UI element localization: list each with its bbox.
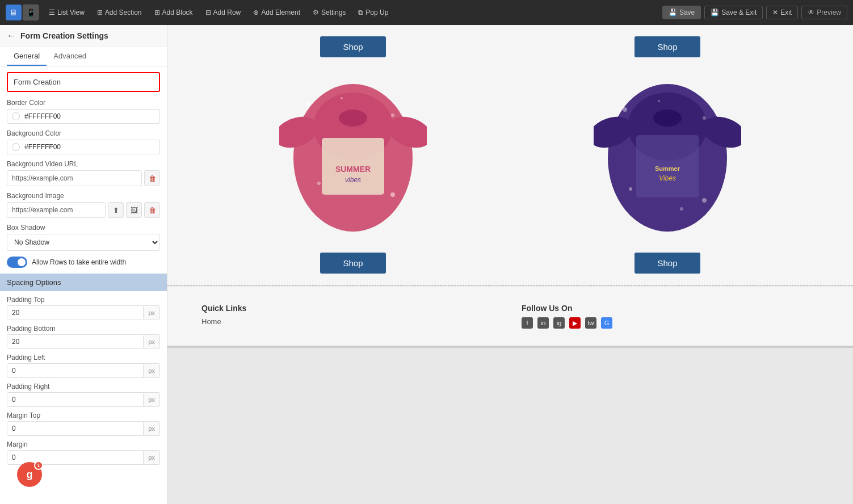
footer-home-link[interactable]: Home [201, 317, 499, 326]
margin-top-unit: px [143, 422, 159, 435]
panel-back-btn[interactable]: ← [7, 31, 16, 41]
bg-video-label: Background Video URL [7, 160, 160, 168]
panel-header: ← Form Creation Settings [0, 25, 167, 47]
border-color-field[interactable]: #FFFFFF00 [7, 109, 160, 124]
save-btn[interactable]: 💾 Save [662, 6, 701, 19]
form-name-input[interactable] [9, 74, 158, 90]
padding-right-unit: px [143, 393, 159, 406]
allow-rows-toggle-row: Allow Rows to take entire width [7, 257, 160, 268]
border-color-swatch [12, 112, 20, 120]
shop-btn-1[interactable]: Shop [320, 36, 385, 57]
margin-bottom-unit: px [143, 451, 159, 464]
tab-advanced[interactable]: Advanced [47, 47, 93, 66]
desktop-view-btn[interactable]: 🖥 [6, 5, 22, 20]
add-block-btn[interactable]: ⊞ Add Block [150, 6, 198, 19]
settings-btn[interactable]: ⚙ Settings [308, 6, 350, 19]
canvas-area: Shop [167, 25, 853, 504]
bg-video-row: 🗑 [7, 170, 160, 186]
svg-point-18 [653, 110, 682, 127]
border-color-value: #FFFFFF00 [24, 112, 61, 120]
instagram-icon[interactable]: ig [553, 317, 565, 329]
padding-left-row: Padding Left px [7, 354, 160, 378]
panel-title: Form Creation Settings [20, 31, 108, 40]
margin-top-input[interactable] [7, 422, 143, 435]
shop-btn-4[interactable]: Shop [635, 253, 700, 274]
svg-point-9 [391, 114, 394, 117]
svg-point-27 [680, 207, 683, 211]
popup-btn[interactable]: ⧉ Pop Up [354, 6, 393, 19]
linkedin-icon[interactable]: in [537, 317, 549, 329]
bg-video-input[interactable] [7, 170, 142, 186]
social-icons: f in ig ▶ tw G [522, 317, 819, 329]
list-view-btn[interactable]: ☰ List View [44, 6, 89, 19]
shop-section-top: Shop [167, 25, 853, 285]
padding-left-input[interactable] [7, 364, 143, 377]
shop-btn-3[interactable]: Shop [320, 253, 385, 274]
growave-badge-count: 1 [34, 461, 43, 470]
growave-badge[interactable]: g 1 [17, 462, 42, 487]
svg-text:vibes: vibes [345, 176, 361, 184]
product-image-1: SUMMER vibes [274, 64, 432, 246]
padding-left-label: Padding Left [7, 354, 160, 362]
shop-btn-2[interactable]: Shop [635, 36, 700, 57]
preview-btn[interactable]: 👁 Preview [801, 6, 847, 19]
top-toolbar: 🖥 📱 ☰ List View ⊞ Add Section ⊞ Add Bloc… [0, 0, 853, 25]
background-color-value: #FFFFFF00 [24, 143, 61, 151]
svg-point-11 [390, 192, 395, 197]
mobile-view-btn[interactable]: 📱 [23, 5, 39, 20]
svg-point-24 [629, 187, 632, 191]
allow-rows-toggle[interactable] [7, 257, 27, 268]
save-exit-btn[interactable]: 💾 Save & Exit [704, 6, 763, 19]
product-card-1: Shop [201, 36, 505, 274]
footer-bottom-border [167, 347, 853, 348]
bg-video-clear-btn[interactable]: 🗑 [144, 170, 160, 186]
svg-point-26 [658, 100, 660, 102]
svg-text:Vibes: Vibes [659, 174, 676, 182]
padding-right-input-row: px [7, 392, 160, 407]
footer-follow-col: Follow Us On f in ig ▶ tw G [522, 304, 819, 329]
twitter-icon[interactable]: tw [585, 317, 596, 329]
padding-bottom-row: Padding Bottom px [7, 325, 160, 349]
tab-general[interactable]: General [7, 47, 47, 66]
popup-icon: ⧉ [358, 9, 363, 16]
pink-shirt-svg: SUMMER vibes [279, 70, 427, 240]
add-element-icon: ⊕ [253, 9, 259, 16]
save-icon: 💾 [669, 9, 677, 16]
add-section-icon: ⊞ [97, 9, 103, 16]
margin-bottom-row: Margin px [7, 440, 160, 465]
youtube-icon[interactable]: ▶ [569, 317, 581, 329]
google-icon[interactable]: G [601, 317, 612, 329]
box-shadow-select[interactable]: No Shadow Small Medium Large [7, 234, 160, 251]
padding-bottom-input[interactable] [7, 335, 143, 348]
exit-btn[interactable]: ✕ Exit [766, 6, 798, 19]
facebook-icon[interactable]: f [522, 317, 533, 329]
footer-quick-links-col: Quick Links Home [201, 304, 499, 329]
bg-image-input[interactable] [7, 202, 106, 218]
bg-image-upload-btn[interactable]: ⬆ [108, 202, 124, 218]
footer-section: Quick Links Home Follow Us On f in ig ▶ … [167, 287, 853, 347]
add-section-btn[interactable]: ⊞ Add Section [93, 6, 146, 19]
bg-image-row: ⬆ 🖼 🗑 [7, 202, 160, 218]
padding-top-input-row: px [7, 305, 160, 320]
bg-image-browse-btn[interactable]: 🖼 [126, 202, 142, 218]
padding-right-label: Padding Right [7, 383, 160, 390]
add-element-btn[interactable]: ⊕ Add Element [249, 6, 305, 19]
padding-top-label: Padding Top [7, 296, 160, 304]
panel-tabs: General Advanced [0, 47, 167, 66]
panel-content: Border Color #FFFFFF00 Background Color … [0, 66, 167, 504]
background-color-field[interactable]: #FFFFFF00 [7, 140, 160, 154]
add-row-btn[interactable]: ⊟ Add Row [201, 6, 246, 19]
margin-top-row: Margin Top px [7, 411, 160, 436]
preview-icon: 👁 [808, 9, 814, 16]
svg-point-12 [341, 97, 343, 99]
bg-image-clear-btn[interactable]: 🗑 [144, 202, 160, 218]
padding-top-input[interactable] [7, 306, 143, 320]
padding-top-unit: px [143, 306, 159, 319]
svg-point-4 [339, 110, 367, 127]
settings-icon: ⚙ [313, 9, 319, 16]
svg-point-25 [702, 198, 707, 203]
padding-right-row: Padding Right px [7, 383, 160, 407]
main-area: ← Form Creation Settings General Advance… [0, 25, 853, 504]
padding-right-input[interactable] [7, 393, 143, 406]
padding-bottom-input-row: px [7, 334, 160, 349]
